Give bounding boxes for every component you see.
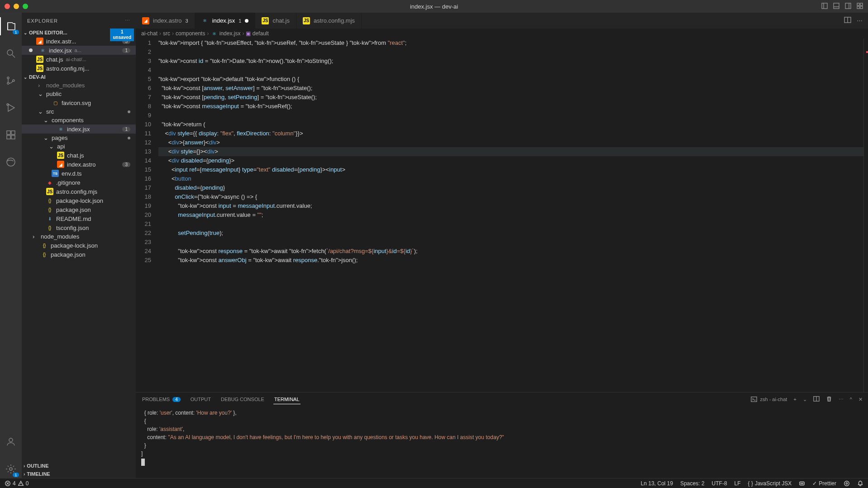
tree-item-package-lock.json[interactable]: {} package-lock.json [22, 196, 136, 205]
settings-badge: 1 [13, 473, 19, 477]
explorer-title: EXPLORER [27, 18, 58, 24]
editor-more-icon[interactable]: ⋯ [857, 17, 863, 24]
svg-rect-0 [822, 3, 827, 9]
svg-point-13 [7, 82, 9, 84]
tree-item-package.json[interactable]: {} package.json [22, 250, 136, 259]
layout-customize-icon[interactable] [856, 2, 863, 11]
tree-item-README.md[interactable]: ⬇ README.md [22, 214, 136, 223]
minimap[interactable] [863, 38, 868, 392]
explorer-more-icon[interactable]: ⋯ [125, 18, 130, 24]
open-editor-item[interactable]: JS astro.config.mj... [22, 64, 136, 73]
status-prettier[interactable]: ✓ Prettier [812, 480, 836, 487]
tree-item-components[interactable]: ⌄ components [22, 116, 136, 124]
breadcrumb-item[interactable]: src [163, 30, 170, 37]
status-eol[interactable]: LF [734, 480, 741, 487]
minimize-window[interactable] [14, 4, 19, 9]
modified-folder-dot [128, 137, 130, 139]
outline-header[interactable]: ›OUTLINE [22, 462, 136, 470]
activity-settings[interactable]: 1 [0, 460, 22, 478]
tree-item-node_modules[interactable]: › node_modules [22, 232, 136, 241]
new-terminal-icon[interactable]: + [793, 397, 796, 402]
activity-explorer[interactable]: 1 [0, 17, 22, 35]
breadcrumb-item[interactable]: components [176, 30, 205, 37]
tree-item-.gitignore[interactable]: ◆ .gitignore [22, 178, 136, 187]
tree-item-tsconfig.json[interactable]: {} tsconfig.json [22, 223, 136, 232]
panel-tab-terminal[interactable]: TERMINAL [273, 397, 300, 404]
status-bell-icon[interactable] [857, 480, 863, 487]
react-icon: ⚛ [210, 30, 218, 37]
tab-index.astro[interactable]: ◢ index.astro 3 [136, 13, 195, 29]
tab-astro.config.mjs[interactable]: JS astro.config.mjs [296, 13, 362, 29]
split-terminal-icon[interactable] [813, 396, 820, 403]
open-editors-header[interactable]: ⌄ OPEN EDITOR... 1 unsaved [22, 29, 136, 37]
breadcrumb[interactable]: ai-chat› src› components›⚛ index.jsx›▣ d… [136, 29, 868, 38]
panel-tab-output[interactable]: OUTPUT [190, 397, 212, 402]
ts-icon: TS [52, 170, 59, 177]
activity-account[interactable] [0, 433, 22, 451]
close-window[interactable] [5, 4, 10, 9]
terminal-more-icon[interactable]: ⋯ [839, 397, 844, 402]
panel-tab-problems[interactable]: PROBLEMS 4 [141, 397, 181, 402]
open-editor-item[interactable]: JS chat.js ai-chat/... [22, 55, 136, 64]
status-line-col[interactable]: Ln 13, Col 19 [641, 480, 673, 487]
tree-item-src[interactable]: ⌄ src [22, 107, 136, 116]
react-icon: ⚛ [39, 47, 46, 54]
layout-secondary-icon[interactable] [844, 2, 852, 11]
status-lang[interactable]: { } JavaScript JSX [748, 480, 792, 487]
tree-item-package.json[interactable]: {} package.json [22, 205, 136, 214]
tree-item-astro.config.mjs[interactable]: JS astro.config.mjs [22, 187, 136, 196]
editor-area: ◢ index.astro 3 ⚛ index.jsx 1 JS chat.js… [136, 13, 868, 478]
window-title: index.jsx — dev-ai [410, 3, 458, 10]
maximize-window[interactable] [23, 4, 28, 9]
maximize-panel-icon[interactable]: ^ [850, 397, 852, 402]
tree-item-favicon.svg[interactable]: ▢ favicon.svg [22, 98, 136, 107]
react-icon: ⚛ [57, 125, 64, 133]
timeline-header[interactable]: ›TIMELINE [22, 470, 136, 478]
status-copilot-icon[interactable] [799, 480, 805, 487]
svg-point-22 [9, 438, 13, 442]
activity-edge[interactable] [0, 153, 22, 171]
kill-terminal-icon[interactable] [826, 396, 832, 403]
breadcrumb-item[interactable]: ⚛ index.jsx [210, 30, 240, 37]
activity-extensions[interactable] [0, 126, 22, 144]
json-icon: {} [46, 224, 53, 231]
activity-source-control[interactable] [0, 72, 22, 90]
status-encoding[interactable]: UTF-8 [712, 480, 727, 487]
project-header[interactable]: ⌄ DEV-AI [22, 73, 136, 81]
svg-point-21 [7, 158, 15, 166]
activity-search[interactable] [0, 44, 22, 62]
breadcrumb-item[interactable]: ▣ default [246, 30, 268, 37]
terminal-output[interactable]: { role: 'user', content: 'How are you?' … [136, 406, 868, 478]
tree-item-index.jsx[interactable]: ⚛ index.jsx 1 [22, 124, 136, 134]
tree-item-pages[interactable]: ⌄ pages [22, 134, 136, 142]
breadcrumb-item[interactable]: ai-chat [141, 30, 157, 37]
layout-panel-icon[interactable] [833, 2, 840, 11]
tree-item-index.astro[interactable]: ◢ index.astro 3 [22, 160, 136, 169]
tab-chat.js[interactable]: JS chat.js [255, 13, 296, 29]
layout-primary-icon[interactable] [821, 2, 828, 11]
tree-item-chat.js[interactable]: JS chat.js [22, 151, 136, 160]
json-icon: {} [41, 251, 48, 258]
terminal-dropdown-icon[interactable]: ⌄ [803, 397, 807, 402]
svg-point-35 [802, 483, 803, 484]
panel-tab-debug[interactable]: DEBUG CONSOLE [220, 397, 265, 402]
terminal-profile[interactable]: zsh - ai-chat [751, 396, 787, 402]
tab-index.jsx[interactable]: ⚛ index.jsx 1 [195, 13, 256, 29]
titlebar: index.jsx — dev-ai [0, 0, 868, 13]
tree-item-public[interactable]: ⌄ public [22, 90, 136, 98]
tree-item-package-lock.json[interactable]: {} package-lock.json [22, 241, 136, 250]
status-errors[interactable]: 4 0 [5, 480, 29, 487]
statusbar: 4 0 Ln 13, Col 19 Spaces: 2 UTF-8 LF { }… [0, 478, 868, 488]
astro-icon: ◢ [142, 17, 149, 24]
close-panel-icon[interactable]: ✕ [858, 397, 863, 402]
open-editor-item[interactable]: ⚛ index.jsx a... 1 [22, 46, 136, 55]
status-feedback-icon[interactable] [844, 480, 850, 487]
code-editor[interactable]: 1234567891011121314151617181920212223242… [136, 38, 868, 392]
tree-item-env.d.ts[interactable]: TS env.d.ts [22, 169, 136, 178]
status-spaces[interactable]: Spaces: 2 [680, 480, 704, 487]
activity-debug[interactable] [0, 99, 22, 117]
split-editor-icon[interactable] [844, 16, 851, 25]
tree-item-node_modules[interactable]: › node_modules [22, 81, 136, 90]
git-icon: ◆ [46, 179, 53, 186]
tree-item-api[interactable]: ⌄ api [22, 142, 136, 151]
